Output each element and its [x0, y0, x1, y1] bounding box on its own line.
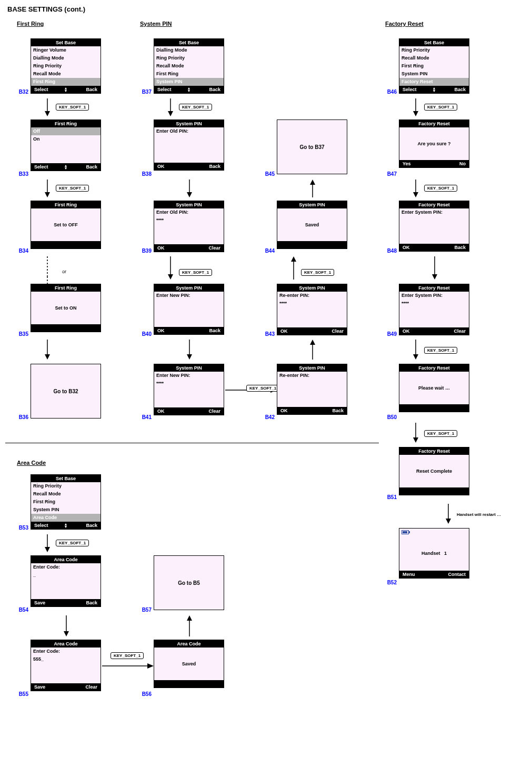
softkey-left[interactable]: Select	[34, 87, 52, 92]
svg-marker-3	[45, 192, 50, 197]
svg-marker-7	[45, 354, 50, 360]
menu-item: Recall Mode	[31, 490, 101, 498]
softkey-left[interactable]: Save	[34, 600, 52, 605]
page-title: BASE SETTINGS (cont.)	[7, 5, 527, 13]
goto-b45: Go to B37	[277, 119, 347, 174]
menu-item: First Ring	[31, 498, 101, 506]
key-tag: KEY_SOFT_1	[424, 430, 457, 437]
section-system-pin: System PIN	[140, 21, 172, 27]
softkey-left[interactable]: OK	[157, 245, 175, 251]
softkey-left[interactable]: Select	[34, 523, 52, 528]
screen-title: Area Code	[154, 640, 224, 648]
menu-item: Ring Priority	[31, 482, 101, 490]
softkey-right[interactable]: Back	[203, 328, 220, 333]
code-b41: B41	[138, 414, 152, 420]
code-b55: B55	[15, 691, 28, 697]
softkey-right[interactable]: Back	[79, 523, 97, 528]
prompt-text: Re-enter PIN:	[277, 372, 347, 380]
softkey-left[interactable]: OK	[157, 164, 175, 169]
svg-marker-41	[147, 663, 154, 669]
softkey-right[interactable]: Back	[203, 164, 220, 169]
section-area-code: Area Code	[17, 460, 46, 466]
prompt-text: Enter System PIN:	[399, 208, 469, 216]
code-b46: B46	[383, 89, 397, 95]
softkey-right[interactable]: Back	[79, 600, 97, 605]
code-b47: B47	[383, 171, 397, 177]
screen-title: Factory Reset	[399, 447, 469, 455]
or-label: or	[62, 269, 66, 274]
nav-updown-icon: ▲▼	[64, 87, 68, 92]
softkey-right[interactable]: Back	[326, 408, 344, 413]
svg-marker-21	[291, 256, 296, 262]
softkey-left[interactable]: OK	[403, 245, 420, 250]
screen-title: System PIN	[154, 120, 224, 127]
code-b53: B53	[15, 525, 28, 531]
softkey-left[interactable]: OK	[157, 409, 175, 414]
code-b39: B39	[138, 248, 152, 254]
key-tag: KEY_SOFT_1	[179, 104, 212, 111]
screen-title: System PIN	[154, 201, 224, 208]
prompt-text: Enter Code:	[31, 648, 101, 655]
key-tag: KEY_SOFT_1	[424, 104, 457, 111]
handset-label: Handset	[421, 551, 440, 556]
screen-b51: Factory Reset Reset Complete	[399, 447, 469, 495]
softkey-left[interactable]: OK	[280, 328, 298, 334]
screen-b46: Set Base Ring Priority Recall Mode First…	[399, 38, 469, 94]
softkey-left[interactable]: Select	[403, 87, 420, 92]
status-text: Set to ON	[55, 305, 76, 311]
key-tag: KEY_SOFT_1	[246, 385, 279, 392]
code-b56: B56	[138, 691, 152, 697]
code-b38: B38	[138, 171, 152, 177]
key-tag: KEY_SOFT_1	[56, 104, 89, 111]
menu-item: Ring Priority	[154, 54, 224, 62]
diagram-canvas: First Ring System PIN Factory Reset Area…	[5, 21, 526, 757]
menu-item: System PIN	[399, 70, 469, 78]
menu-item: Ring Priority	[399, 46, 469, 54]
screen-title: Area Code	[31, 556, 101, 563]
key-tag: KEY_SOFT_1	[56, 185, 89, 192]
softkey-left[interactable]: Menu	[403, 572, 420, 577]
softkey-right[interactable]: Back	[448, 87, 466, 92]
nav-updown-icon: ▲▼	[433, 87, 436, 92]
softkey-left[interactable]: OK	[403, 328, 420, 334]
softkey-right[interactable]: No	[448, 161, 466, 166]
prompt-text: Enter New PIN:	[154, 292, 224, 300]
softkey-right[interactable]: Contact	[448, 572, 466, 577]
softkey-right[interactable]: Back	[203, 87, 220, 92]
menu-item-selected: Factory Reset	[399, 78, 469, 86]
softkey-right[interactable]: Back	[79, 164, 97, 170]
softkey-right[interactable]: Clear	[203, 245, 220, 251]
code-b49: B49	[383, 331, 397, 337]
softkey-right[interactable]: Clear	[448, 328, 466, 334]
screen-b37: Set Base Dialling Mode Ring Priority Rec…	[154, 38, 224, 94]
softkey-right[interactable]: Clear	[326, 328, 344, 334]
softkey-left[interactable]: OK	[280, 408, 298, 413]
softkey-left[interactable]: Yes	[403, 161, 420, 166]
svg-marker-31	[413, 354, 418, 360]
svg-marker-27	[413, 192, 418, 197]
screen-title: Set Base	[399, 39, 469, 46]
softkey-left[interactable]: OK	[157, 328, 175, 333]
svg-marker-13	[168, 274, 173, 280]
goto-b36: Go to B32	[31, 364, 101, 419]
input-value: ****	[399, 300, 469, 307]
softkey-right[interactable]: Clear	[79, 684, 97, 690]
menu-item: Dialling Mode	[154, 46, 224, 54]
softkey-right[interactable]: Back	[448, 245, 466, 250]
softkey-left[interactable]: Select	[34, 164, 52, 170]
screen-b42: System PIN Re-enter PIN: OKBack	[277, 364, 347, 415]
screen-title: System PIN	[277, 284, 347, 292]
prompt-text: Enter System PIN:	[399, 292, 469, 300]
softkey-right[interactable]: Clear	[203, 409, 220, 414]
nav-updown-icon: ▲▼	[64, 523, 68, 528]
softkey-right[interactable]: Back	[79, 87, 97, 92]
softkey-left[interactable]: Select	[157, 87, 175, 92]
code-b54: B54	[15, 607, 28, 613]
code-b37: B37	[138, 89, 152, 95]
screen-b40: System PIN Enter New PIN: OKBack	[154, 284, 224, 335]
status-text: Please wait …	[418, 385, 450, 391]
code-b43: B43	[261, 331, 275, 337]
softkey-left[interactable]: Save	[34, 684, 52, 690]
code-b34: B34	[15, 248, 28, 254]
screen-b33: First Ring Off On Select ▲▼ Back	[31, 119, 101, 171]
